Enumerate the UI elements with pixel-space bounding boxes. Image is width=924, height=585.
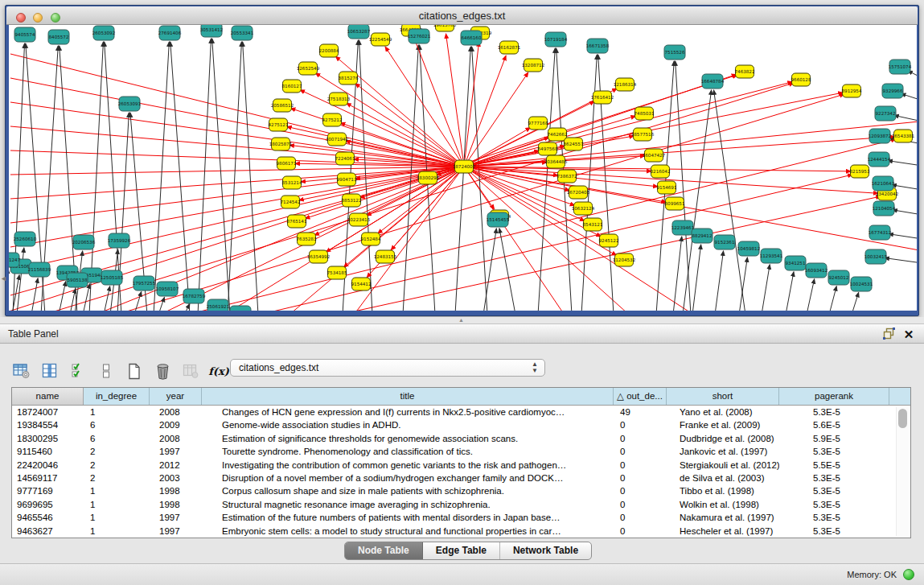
teal-node[interactable]: 16774312 xyxy=(869,225,891,240)
yellow-node[interactable]: 7224061 xyxy=(335,152,355,165)
table-row[interactable]: 969969511998Structural magnetic resonanc… xyxy=(12,498,910,511)
delete-column-button[interactable] xyxy=(152,361,173,381)
table-vertical-scrollbar[interactable] xyxy=(896,407,909,536)
yellow-node[interactable]: 7534185 xyxy=(327,266,347,279)
yellow-node[interactable]: 16720405 xyxy=(567,186,590,199)
teal-node[interactable]: 16782759 xyxy=(183,289,206,303)
horizontal-splitter[interactable]: ▲ xyxy=(0,317,924,323)
yellow-node[interactable]: 7635283 xyxy=(297,233,317,245)
yellow-node[interactable]: 3815276 xyxy=(339,72,359,84)
yellow-node[interactable]: 7386372 xyxy=(557,170,577,183)
teal-node[interactable]: 15145455 xyxy=(487,212,510,227)
table-row[interactable]: 1938455462009Genome-wide association stu… xyxy=(12,418,910,431)
table-row[interactable]: 946362711997Embryonic stem cells: a mode… xyxy=(12,525,910,538)
yellow-node[interactable]: 8531214 xyxy=(282,176,302,189)
teal-node[interactable]: 17359926 xyxy=(108,233,131,248)
teal-node[interactable]: 25061921 xyxy=(207,299,230,311)
yellow-node[interactable]: 17616412 xyxy=(591,91,614,104)
yellow-node[interactable]: 9777168 xyxy=(528,117,548,130)
yellow-node[interactable]: 3624557 xyxy=(564,138,584,150)
teal-node[interactable]: 20206536 xyxy=(72,235,96,249)
yellow-node[interactable]: 20364486 xyxy=(544,155,568,168)
column-header-6[interactable]: pagerank xyxy=(779,388,889,405)
new-column-button[interactable] xyxy=(124,361,145,381)
column-header-4[interactable]: △ out_de... xyxy=(614,388,667,405)
yellow-node[interactable]: 18025871 xyxy=(269,138,293,150)
yellow-node[interactable]: 9152484 xyxy=(361,233,381,245)
teal-node[interactable]: 12505185 xyxy=(101,270,124,285)
teal-node[interactable]: 8405572 xyxy=(48,30,69,44)
yellow-node[interactable]: 8215953 xyxy=(850,165,870,178)
table-row[interactable]: 1830029562008Estimation of significance … xyxy=(12,432,910,445)
teal-node[interactable]: 12239461 xyxy=(671,220,695,235)
yellow-node[interactable]: 30071942 xyxy=(326,133,348,146)
teal-node[interactable]: 10459812 xyxy=(737,241,760,256)
teal-node[interactable]: 17957255 xyxy=(133,276,156,290)
yellow-node[interactable]: 12186314 xyxy=(614,78,637,91)
table-row[interactable]: 946554611997Estimation of the future num… xyxy=(12,511,910,524)
teal-node[interactable]: 26053091 xyxy=(118,97,142,111)
yellow-node[interactable]: 12254549 xyxy=(369,33,392,46)
teal-node[interactable]: 26053092 xyxy=(92,26,115,40)
teal-node[interactable]: 12093872 xyxy=(869,129,891,143)
table-settings-button[interactable] xyxy=(11,361,32,381)
teal-node[interactable]: 10032415 xyxy=(864,249,888,264)
table-row[interactable]: 911546021997Tourette syndrome. Phenomeno… xyxy=(12,445,910,458)
yellow-node[interactable]: 3216042 xyxy=(651,165,671,178)
yellow-node[interactable]: 10223415 xyxy=(347,213,371,226)
yellow-node[interactable]: 8543121 xyxy=(583,218,603,231)
yellow-node[interactable]: 6497568 xyxy=(538,142,558,155)
teal-node[interactable]: 25260610 xyxy=(14,232,37,246)
yellow-node[interactable]: 16047427 xyxy=(643,149,666,162)
yellow-node[interactable]: 4275212 xyxy=(322,113,343,126)
teal-node[interactable]: 8829412 xyxy=(692,229,713,243)
merge-rows-button[interactable] xyxy=(96,361,117,381)
yellow-node[interactable]: 18577516 xyxy=(631,128,655,141)
yellow-node[interactable]: 9660128 xyxy=(791,73,811,86)
tab-edge-table[interactable]: Edge Table xyxy=(423,542,500,559)
teal-node[interactable]: 10024531 xyxy=(850,277,873,291)
yellow-node[interactable]: 16162871 xyxy=(498,41,521,54)
yellow-node[interactable]: 9806171 xyxy=(277,157,297,170)
row-selection-mode-button[interactable] xyxy=(68,361,88,381)
yellow-node[interactable]: 13208712 xyxy=(522,59,544,72)
yellow-node[interactable]: 8765141 xyxy=(287,215,307,228)
teal-node[interactable]: 9152361 xyxy=(714,235,735,249)
yellow-node[interactable]: 7462662 xyxy=(548,128,568,141)
yellow-node[interactable]: 8912954 xyxy=(842,84,862,97)
yellow-node[interactable]: 8160127 xyxy=(282,80,302,93)
teal-node[interactable]: 15751074 xyxy=(889,60,912,74)
yellow-node[interactable]: 9245122 xyxy=(599,234,619,247)
yellow-node[interactable]: 10632124 xyxy=(572,202,595,215)
column-header-2[interactable]: year xyxy=(150,388,202,405)
teal-node[interactable]: 30531412 xyxy=(200,25,223,37)
column-header-5[interactable]: short xyxy=(667,388,779,405)
teal-node[interactable]: 9405574 xyxy=(14,27,35,42)
teal-node[interactable]: 27691406 xyxy=(158,26,182,40)
teal-node[interactable]: 9341251 xyxy=(785,256,806,270)
teal-node[interactable]: 16648784 xyxy=(701,74,725,89)
close-panel-button[interactable]: ✕ xyxy=(901,328,916,341)
table-row[interactable]: 2242004622012Investigating the contribut… xyxy=(12,459,910,472)
teal-node[interactable]: 10958107 xyxy=(156,282,179,296)
teal-node[interactable]: 16093412 xyxy=(805,263,827,278)
network-window-titlebar[interactable]: citations_edges.txt xyxy=(6,6,918,25)
network-canvas[interactable]: 1872400722008841265254981601272058651242… xyxy=(9,25,917,311)
teal-node[interactable]: 7515526 xyxy=(664,45,685,60)
table-row[interactable]: 1456911722003Disruption of a novel membe… xyxy=(12,472,910,484)
teal-node[interactable]: 10719184 xyxy=(544,32,568,47)
table-row[interactable]: 1872400712008Changes of HCN gene express… xyxy=(12,406,910,418)
teal-node[interactable]: 9227342 xyxy=(875,106,896,121)
yellow-node[interactable]: 9154412 xyxy=(351,278,372,290)
table-row[interactable]: 977716911998Corpus callosum shape and si… xyxy=(12,484,910,497)
yellow-node[interactable]: 2200884 xyxy=(319,44,339,57)
import-table-button-disabled[interactable] xyxy=(180,361,201,381)
teal-node[interactable]: 19031562 xyxy=(229,306,252,311)
teal-node[interactable]: 9329966 xyxy=(882,84,903,98)
teal-node[interactable]: 12444154 xyxy=(868,152,891,167)
column-header-0[interactable]: name xyxy=(12,388,84,405)
teal-node[interactable]: 10653287 xyxy=(347,25,371,39)
tab-node-table[interactable]: Node Table xyxy=(345,542,423,559)
teal-node[interactable]: 12104054 xyxy=(873,201,896,216)
yellow-node[interactable]: 4275121 xyxy=(269,118,289,131)
